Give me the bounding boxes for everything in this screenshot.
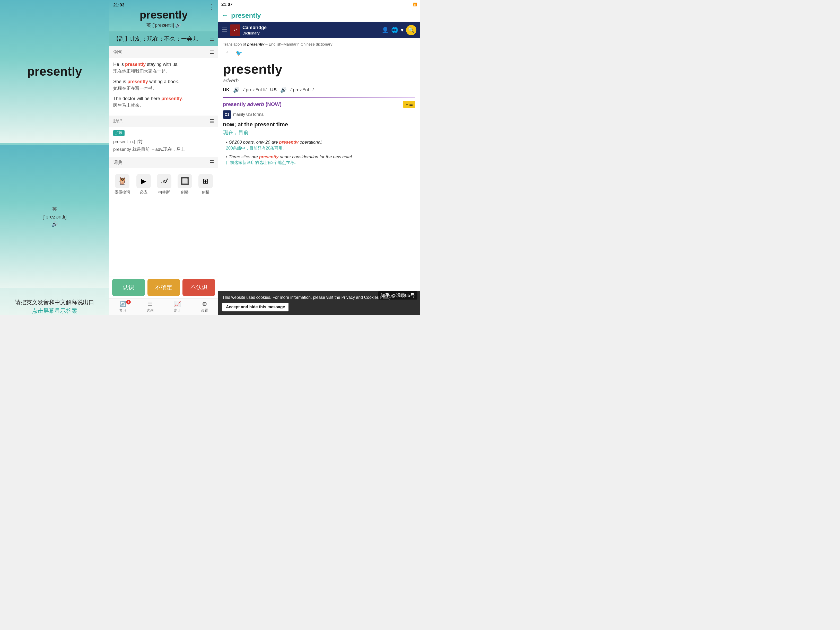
us-label: US	[270, 87, 277, 93]
uk-label: UK	[223, 87, 230, 93]
cambridge-logo: 🛡 CambridgeDictionary	[230, 24, 267, 36]
dict-word-pos: adverb	[223, 78, 415, 84]
example-item-3: The doctor will be here presently. 医生马上就…	[113, 95, 214, 109]
nav-review-1[interactable]: 🔄 复习 1	[109, 299, 136, 315]
dict-item-cambridge1[interactable]: 🔲 剑桥	[178, 174, 192, 195]
expand-tag[interactable]: 扩展	[113, 130, 125, 136]
meaning-bar: 【副】此刻；现在；不久；一会儿 ☰	[109, 32, 218, 46]
purple-divider	[223, 97, 415, 98]
dict-example-1: • Of 200 boats, only 20 are presently op…	[223, 139, 415, 151]
dict-example-zh-1: 200条船中，目前只有20条可用。	[226, 146, 415, 151]
highlight-1: presently	[125, 62, 146, 67]
nav-review-icon-1: 🔄	[119, 301, 126, 308]
example-zh-2: 她现在正在写一本书。	[113, 85, 214, 92]
middle-speaker-icon[interactable]: 🔊	[175, 23, 181, 28]
middle-phonetic: 英 [ˈprezəntli] 🔊	[113, 22, 214, 28]
dict-example-2: • Three sites are presently under consid…	[223, 154, 415, 166]
dict-example-en-2: • Three sites are presently under consid…	[226, 154, 415, 160]
highlight-3: presently	[161, 96, 182, 101]
nav-select-1[interactable]: ☰ 选词	[136, 299, 164, 315]
cambridge-globe-icon[interactable]: 🌐	[391, 27, 398, 33]
nav-select-icon-1: ☰	[147, 301, 153, 308]
example-zh-3: 医生马上就来。	[113, 102, 214, 109]
middle-panel: 21:03 presently 英 [ˈprezəntli] 🔊 ⋮ 【副】此刻…	[109, 0, 218, 315]
cambridge-header-right: 👤 🌐 ▾ 🔍	[382, 25, 417, 35]
watermark: 知乎 @哦哦85号	[378, 291, 417, 300]
examples-label: 例句	[113, 49, 123, 55]
social-icons: f 🐦	[223, 49, 415, 57]
back-button[interactable]: ←	[221, 11, 229, 20]
examples-header: 例句 ☰	[109, 46, 218, 58]
cambridge2-icon: ⊞	[199, 174, 213, 188]
cambridge-header: ☰ 🛡 CambridgeDictionary 👤 🌐 ▾ 🔍	[218, 22, 420, 38]
dict-filter-icon[interactable]: ☰	[210, 159, 214, 166]
unsure-button[interactable]: 不确定	[147, 279, 180, 296]
left-speaker-icon[interactable]: 🔊	[52, 221, 57, 227]
highlight-2: presently	[127, 79, 148, 84]
right-top-bar: ← presently	[218, 9, 420, 22]
know-button[interactable]: 认识	[112, 279, 145, 296]
cambridge-chevron-icon[interactable]: ▾	[401, 27, 404, 33]
mnemonic-text: present n.目前 presently 就是目前 →adv.现在，马上	[113, 138, 214, 154]
momo-label: 墨墨搜词	[115, 190, 130, 195]
cambridge-search-button[interactable]: 🔍	[406, 25, 417, 35]
example-zh-1: 现在他正和我们大家在一起。	[113, 68, 214, 75]
cambridge-logo-text: CambridgeDictionary	[242, 25, 267, 36]
right-panel: 21:07 📶 ← presently ☰ 🛡 CambridgeDiction…	[218, 0, 420, 315]
nav-stats-icon-1: 📈	[174, 301, 181, 308]
dict-item-momo[interactable]: 🦉 墨墨搜词	[115, 174, 130, 195]
bottom-buttons: 认识 不确定 不认识	[109, 276, 218, 298]
highlight-dict-2: presently	[259, 155, 279, 159]
examples-list: He is presently staying with us. 现在他正和我们…	[109, 58, 218, 115]
hamburger-icon[interactable]: ☰	[222, 27, 227, 34]
dunno-button[interactable]: 不认识	[182, 279, 215, 296]
us-audio-icon[interactable]: 🔊	[280, 87, 287, 93]
sense-title: presently adverb (NOW)	[223, 101, 281, 107]
bing-label: 必应	[140, 190, 147, 195]
middle-header: 21:03 presently 英 [ˈprezəntli] 🔊 ⋮	[109, 0, 218, 32]
twitter-icon[interactable]: 🐦	[235, 49, 243, 57]
dict-label: 词典	[113, 159, 123, 166]
nav-review-badge-1: 1	[126, 300, 131, 305]
show-answer-link[interactable]: 点击屏幕显示答案	[32, 308, 77, 314]
nav-stats-label-1: 统计	[174, 308, 181, 313]
more-options-icon[interactable]: ⋮	[208, 3, 215, 11]
nav-stats-1[interactable]: 📈 统计	[164, 299, 191, 315]
example-en-1: He is presently staying with us.	[113, 61, 214, 68]
meaning-text: 【副】此刻；现在；不久；一会儿	[113, 35, 198, 43]
practice-instruction: 请把英文发音和中文解释说出口 点击屏幕显示答案	[15, 298, 94, 315]
cambridge-user-icon[interactable]: 👤	[382, 27, 388, 33]
example-item-2: She is presently writing a book. 她现在正在写一…	[113, 78, 214, 92]
mnemonic-filter-icon[interactable]: ☰	[210, 118, 214, 124]
middle-status-time: 21:03	[113, 3, 124, 8]
uk-pron: /ˈprez.ᵊnt.li/	[243, 87, 267, 93]
example-en-3: The doctor will be here presently.	[113, 95, 214, 102]
collins-label: 柯林斯	[158, 190, 170, 195]
dict-item-collins[interactable]: 𝒜 柯林斯	[157, 174, 171, 195]
middle-status-bar: 21:03	[113, 3, 214, 8]
momo-icon: 🦉	[115, 174, 129, 188]
definition-zh: 现在，目前	[223, 129, 415, 136]
highlight-dict-1: presently	[279, 140, 298, 145]
middle-content: 【副】此刻；现在；不久；一会儿 ☰ 例句 ☰ He is presently s…	[109, 32, 218, 276]
add-list-button[interactable]: + ☰	[403, 101, 415, 108]
nav-settings-1[interactable]: ⚙ 设置	[191, 299, 218, 315]
examples-filter-icon[interactable]: ☰	[210, 49, 214, 55]
left-word: presently	[0, 0, 109, 143]
cambridge1-label: 剑桥	[181, 190, 189, 195]
middle-word: presently	[113, 9, 214, 21]
nav-settings-icon-1: ⚙	[202, 301, 207, 308]
uk-audio-icon[interactable]: 🔊	[233, 87, 240, 93]
dict-item-bing[interactable]: ▶ 必应	[136, 174, 151, 195]
cambridge1-icon: 🔲	[178, 174, 192, 188]
dict-item-cambridge2[interactable]: ⊞ 剑桥	[199, 174, 213, 195]
dict-content: Translation of presently – English–Manda…	[218, 38, 420, 315]
cookie-accept-button[interactable]: Accept and hide this message	[223, 303, 289, 311]
definition-en: now; at the present time	[223, 121, 415, 128]
nav-settings-label-1: 设置	[201, 308, 208, 313]
facebook-icon[interactable]: f	[223, 49, 231, 57]
filter-icon[interactable]: ☰	[210, 36, 214, 42]
left-panel: 21:03 📶 presently 英 [ˈprezəntli] 🔊 请把英文发…	[0, 0, 109, 315]
dict-header: 词典 ☰	[109, 157, 218, 168]
nav-review-label-1: 复习	[119, 308, 126, 313]
